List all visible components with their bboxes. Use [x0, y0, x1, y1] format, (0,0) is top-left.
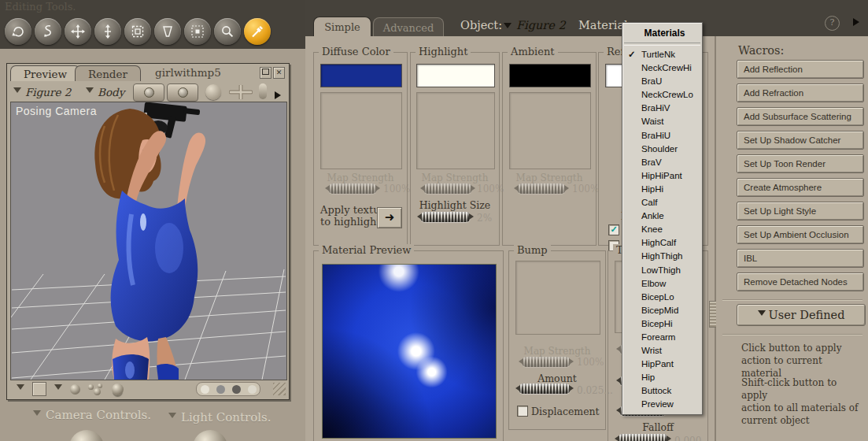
tab-render[interactable]: Render: [75, 65, 141, 81]
materials-menu-item[interactable]: Preview: [622, 398, 702, 411]
highlight-size-dial[interactable]: [420, 212, 471, 222]
materials-menu-item[interactable]: BicepHi: [622, 317, 702, 331]
posing-camera-button[interactable]: [167, 83, 198, 102]
twist-tool-button[interactable]: [35, 18, 61, 45]
user-defined-button[interactable]: User Defined: [737, 304, 866, 326]
bump-texture-map-box[interactable]: [515, 261, 600, 335]
displacement-checkbox[interactable]: [517, 406, 528, 417]
ambient-map-strength-dial[interactable]: [517, 183, 566, 194]
taper-tool-button[interactable]: [154, 18, 181, 45]
camera-trackball[interactable]: [69, 430, 104, 441]
tab-advanced[interactable]: Advanced: [373, 17, 444, 37]
materials-menu-item[interactable]: Calf: [622, 196, 702, 209]
wacro-button-set-up-toon-render[interactable]: Set Up Toon Render: [737, 154, 864, 173]
materials-menu-item[interactable]: Hip: [622, 371, 702, 384]
light-controls-header[interactable]: Light Controls.: [168, 410, 271, 424]
falloff-dial[interactable]: [618, 434, 668, 441]
trackball-rotate-control[interactable]: [205, 84, 221, 100]
display-style-dot[interactable]: [232, 385, 241, 394]
materials-menu-item[interactable]: NeckCrewHi: [622, 61, 702, 75]
materials-menu-item[interactable]: Forearm: [622, 331, 702, 344]
materials-menu-item[interactable]: HipHi: [622, 183, 702, 196]
materials-menu-item[interactable]: Ankle: [622, 209, 702, 223]
materials-menu-item[interactable]: Shoulder: [622, 143, 702, 156]
more-controls-button[interactable]: [275, 87, 285, 102]
face-camera-button[interactable]: [133, 83, 164, 102]
ambient-texture-map-box[interactable]: [509, 92, 591, 169]
wacro-button-set-up-light-style[interactable]: Set Up Light Style: [737, 202, 864, 220]
display-style-dot[interactable]: [248, 385, 257, 394]
wacro-button-create-atmosphere[interactable]: Create Atmosphere: [737, 178, 864, 197]
diffuse-color-swatch[interactable]: [320, 64, 402, 87]
move-camera-control[interactable]: [229, 85, 253, 102]
ambient-color-swatch[interactable]: [509, 64, 591, 87]
materials-menu-item[interactable]: Elbow: [622, 277, 702, 291]
display-style-selector[interactable]: [196, 382, 260, 396]
highlight-color-swatch[interactable]: [416, 64, 495, 87]
tab-simple[interactable]: Simple: [313, 17, 371, 36]
diffuse-texture-map-box[interactable]: [320, 92, 402, 169]
display-style-dot[interactable]: [201, 385, 209, 394]
object-value[interactable]: Figure 2: [516, 19, 566, 32]
highlight-texture-map-box[interactable]: [416, 92, 495, 169]
materials-menu-item[interactable]: NeckCrewLo: [622, 88, 702, 102]
tracking-ball-icon[interactable]: [70, 384, 80, 395]
materials-menu-item[interactable]: BicepMid: [622, 304, 702, 317]
materials-menu-item[interactable]: BraHiV: [622, 102, 702, 115]
scale-camera-control[interactable]: [259, 83, 267, 99]
light-controls-label: Light Controls.: [181, 410, 271, 424]
page-button[interactable]: [32, 382, 46, 396]
display-style-dot[interactable]: [216, 385, 225, 394]
multiply-lights-checkbox[interactable]: ✓: [608, 224, 619, 235]
translate-pull-tool-button[interactable]: [65, 18, 91, 45]
materials-menu-item[interactable]: Waist: [622, 115, 702, 128]
materials-menu-item[interactable]: Buttock: [622, 384, 702, 398]
figure-menu[interactable]: Figure 2: [13, 86, 71, 98]
bump-amount-dial[interactable]: [519, 384, 571, 394]
chevron-down-icon[interactable]: [54, 384, 62, 394]
materials-menu-item[interactable]: HighThigh: [622, 250, 702, 263]
wacro-button-add-subsurface-scattering[interactable]: Add Subsurface Scattering: [737, 107, 864, 126]
wacro-button-add-reflection[interactable]: Add Reflection: [737, 60, 864, 79]
chevron-down-icon[interactable]: [17, 384, 24, 394]
light-trackball[interactable]: [193, 430, 227, 441]
diffuse-map-strength-dial[interactable]: [328, 183, 377, 194]
materials-menu-item[interactable]: HipPant: [622, 358, 702, 371]
help-button[interactable]: ?: [825, 16, 840, 31]
body-menu[interactable]: Body: [86, 86, 124, 98]
translate-in-out-tool-button[interactable]: [94, 18, 121, 45]
highlight-map-strength-dial[interactable]: [423, 183, 472, 194]
detach-window-button[interactable]: [260, 67, 271, 79]
rotate-tool-button[interactable]: [5, 18, 31, 45]
wacro-button-ibl[interactable]: IBL: [737, 249, 864, 268]
close-window-button[interactable]: ✕: [273, 67, 285, 79]
apply-texture-button[interactable]: ➜: [377, 207, 402, 228]
materials-menu-item[interactable]: BraU: [622, 75, 702, 88]
materials-menu-item[interactable]: Wrist: [622, 344, 702, 358]
tab-preview[interactable]: Preview: [10, 65, 80, 81]
wacro-button-set-up-shadow-catcher[interactable]: Set Up Shadow Catcher: [737, 131, 864, 150]
resize-grip[interactable]: [273, 383, 286, 395]
materials-menu-item[interactable]: BicepLo: [622, 291, 702, 304]
view-magnifier-tool-button[interactable]: [214, 18, 241, 45]
panel-options-button[interactable]: [853, 18, 863, 26]
materials-menu-item[interactable]: HighCalf: [622, 236, 702, 250]
viewport-3d[interactable]: Posing Camera: [10, 102, 287, 380]
shadow-ball-icon[interactable]: [112, 384, 124, 395]
wacro-button-set-up-ambient-occlusion[interactable]: Set Up Ambient Occlusion: [737, 225, 864, 244]
materials-menu-item[interactable]: HipHiPant: [622, 169, 702, 183]
materials-menu-item[interactable]: Knee: [622, 223, 702, 236]
wacro-button-add-refraction[interactable]: Add Refraction: [737, 83, 864, 102]
materials-menu-item[interactable]: LowThigh: [622, 264, 702, 277]
materials-menu-item[interactable]: BraHiU: [622, 129, 702, 143]
materials-menu-item[interactable]: BraV: [622, 156, 702, 169]
object-dropdown[interactable]: [504, 23, 512, 32]
wacro-button-remove-detached-nodes[interactable]: Remove Detached Nodes: [737, 272, 864, 291]
grouping-tool-button[interactable]: [184, 18, 211, 45]
bump-map-strength-dial[interactable]: [522, 357, 571, 367]
camera-controls-header[interactable]: Camera Controls.: [33, 408, 151, 422]
color-picker-tool-button[interactable]: [244, 18, 271, 45]
multi-ball-icon[interactable]: [88, 383, 104, 395]
materials-menu-item[interactable]: ✓TurtleNk: [622, 48, 702, 61]
scale-tool-button[interactable]: [124, 18, 151, 45]
